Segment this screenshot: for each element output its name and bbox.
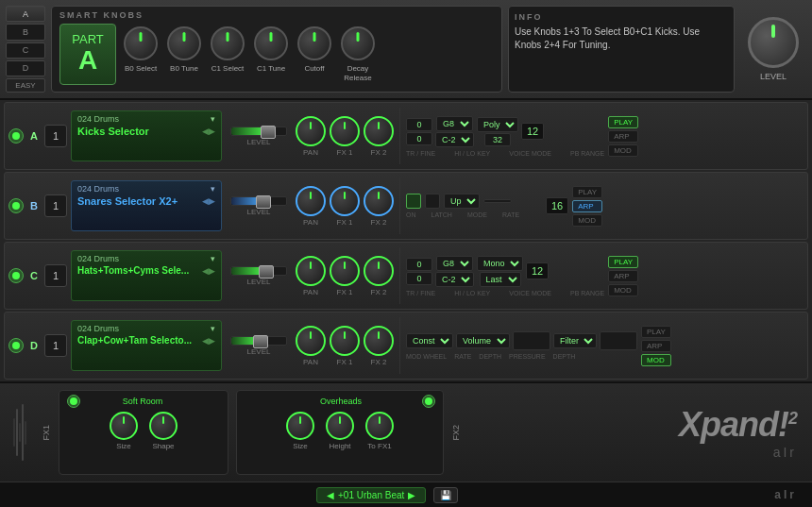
part-nav-b[interactable]: ◀▶ [202, 196, 215, 206]
dropdown-arrow-b[interactable]: ▾ [211, 184, 215, 194]
part-name-box-c[interactable]: 024 Drums ▾ Hats+Toms+Cyms Sele... ◀▶ [71, 250, 222, 301]
part-nav-c[interactable]: ◀▶ [202, 266, 215, 276]
decay-release-knob[interactable] [341, 26, 375, 60]
tr-fine-1-a[interactable] [406, 118, 432, 131]
part-number-a[interactable]: 1 [44, 125, 67, 147]
fx1-knob-b-ctrl[interactable] [330, 186, 360, 216]
level-knob[interactable] [748, 17, 799, 68]
fx1-power-btn[interactable] [67, 395, 80, 408]
tab-a[interactable]: A [6, 6, 45, 22]
fx1-knob-a-ctrl[interactable] [330, 116, 360, 146]
dropdown-arrow-c[interactable]: ▾ [211, 254, 215, 263]
mod-filter-d[interactable]: Filter [553, 333, 597, 348]
arp-on-btn-b[interactable] [406, 194, 421, 209]
fx2-height-knob[interactable] [326, 412, 354, 440]
fx1-knob-c-ctrl[interactable] [330, 256, 360, 286]
row-label-d: D [27, 340, 41, 351]
dropdown-arrow-d[interactable]: ▾ [211, 324, 215, 333]
mod-btn-a[interactable]: MOD [608, 144, 638, 157]
tab-d[interactable]: D [6, 60, 45, 76]
parts-tabs: A B C D EASY [6, 6, 45, 93]
fx1-shape-knob[interactable] [149, 412, 178, 440]
play-btn-d[interactable]: PLAY [641, 326, 671, 338]
tab-c[interactable]: C [6, 42, 45, 59]
part-number-b[interactable]: 1 [44, 194, 67, 217]
tr-fine-2-a[interactable] [406, 132, 432, 145]
pan-knob-d-ctrl[interactable] [296, 326, 326, 356]
fx1-knob-d-ctrl[interactable] [330, 326, 360, 356]
fx2-knob-b-ctrl[interactable] [364, 186, 394, 216]
hi-key-a[interactable]: G8 [436, 116, 473, 131]
power-btn-a[interactable] [8, 128, 24, 144]
voice-val-a[interactable] [484, 133, 511, 146]
lo-key-c[interactable]: C-2 [435, 272, 474, 287]
part-nav-d[interactable]: ◀▶ [202, 336, 215, 346]
fx2-tofx1-knob[interactable] [365, 412, 394, 440]
play-btn-c[interactable]: PLAY [608, 256, 638, 268]
fx1-knob-c: FX 1 [330, 256, 360, 296]
mod-btn-c[interactable]: MOD [608, 284, 638, 296]
tr-fine-1-c[interactable] [406, 258, 432, 271]
arp-mode-b[interactable]: Up [444, 194, 480, 209]
arp-btn-b[interactable]: ARP [572, 200, 602, 212]
save-btn[interactable]: 💾 [433, 487, 458, 503]
fx1-size-knob[interactable] [110, 412, 138, 440]
fader-track-d[interactable] [230, 336, 287, 346]
arp-btn-d[interactable]: ARP [641, 340, 671, 352]
play-btn-a[interactable]: PLAY [608, 116, 638, 128]
power-btn-c[interactable] [8, 268, 24, 283]
knob-b0-tune: B0 Tune [167, 26, 201, 82]
part-name-box-a[interactable]: 024 Drums ▾ Kicks Selector ◀▶ [71, 110, 222, 161]
cutoff-knob[interactable] [297, 26, 331, 60]
b0-tune-knob[interactable] [167, 26, 201, 60]
dropdown-arrow-a[interactable]: ▾ [211, 114, 215, 124]
fader-track-a[interactable] [230, 127, 287, 136]
sep-a [399, 108, 400, 164]
mod-btn-b[interactable]: MOD [572, 214, 602, 227]
fx2-knob-d-ctrl[interactable] [364, 326, 394, 356]
power-btn-b[interactable] [8, 198, 24, 213]
b0-select-knob[interactable] [124, 26, 158, 60]
fx2-knob-a-ctrl[interactable] [364, 116, 394, 146]
fx2-size-knob[interactable] [286, 412, 314, 440]
fx1-knobs: Size Shape [110, 412, 178, 450]
fader-track-b[interactable] [230, 196, 287, 206]
play-btn-b[interactable]: PLAY [572, 186, 602, 198]
lo-key-a[interactable]: C-2 [435, 132, 474, 147]
part-number-d[interactable]: 1 [44, 334, 67, 357]
smart-knobs-title: SMART KNOBS [59, 10, 494, 20]
part-number-c[interactable]: 1 [44, 264, 67, 287]
pan-knob-a-ctrl[interactable] [296, 116, 326, 146]
prev-preset-btn[interactable]: ◀ [327, 490, 334, 500]
fader-track-c[interactable] [230, 266, 287, 276]
tab-easy[interactable]: EASY [6, 78, 45, 93]
arp-btn-c[interactable]: ARP [608, 270, 638, 282]
fx1-size-knob-item: Size [110, 412, 138, 450]
mod-const-d[interactable]: Const [406, 333, 453, 348]
hi-key-c[interactable]: G8 [436, 256, 473, 271]
c1-tune-knob[interactable] [254, 26, 288, 60]
mod-volume-d[interactable]: Volume [456, 333, 510, 348]
fx2-power-btn[interactable] [422, 395, 435, 408]
part-name-box-b[interactable]: 024 Drums ▾ Snares Selector X2+ ◀▶ [71, 180, 222, 231]
tr-fine-2-c[interactable] [406, 272, 432, 285]
mod-btn-d[interactable]: MOD [641, 354, 671, 366]
fx2-size-knob-item: Size [286, 412, 314, 450]
latch-btn-b[interactable] [425, 194, 440, 209]
part-row-c: C 1 024 Drums ▾ Hats+Toms+Cyms Sele... ◀… [4, 242, 808, 310]
arp-btn-a[interactable]: ARP [608, 130, 638, 143]
next-preset-btn[interactable]: ▶ [408, 490, 415, 500]
c1-select-knob[interactable] [211, 26, 245, 60]
mod-bar2-d[interactable] [600, 331, 637, 350]
power-btn-d[interactable] [8, 338, 24, 353]
pan-knob-c-ctrl[interactable] [296, 256, 326, 286]
part-nav-a[interactable]: ◀▶ [202, 127, 215, 136]
part-name-box-d[interactable]: 024 Drums ▾ Clap+Cow+Tam Selecto... ◀▶ [71, 320, 222, 371]
voice-sub-c[interactable]: Last [480, 272, 521, 287]
fx2-knob-c-ctrl[interactable] [364, 256, 394, 286]
voice-mode-c[interactable]: Mono [477, 256, 523, 271]
voice-mode-a[interactable]: Poly [477, 117, 518, 132]
tab-b[interactable]: B [6, 24, 45, 40]
mod-bar-d[interactable] [513, 331, 550, 350]
pan-knob-b-ctrl[interactable] [296, 186, 326, 216]
